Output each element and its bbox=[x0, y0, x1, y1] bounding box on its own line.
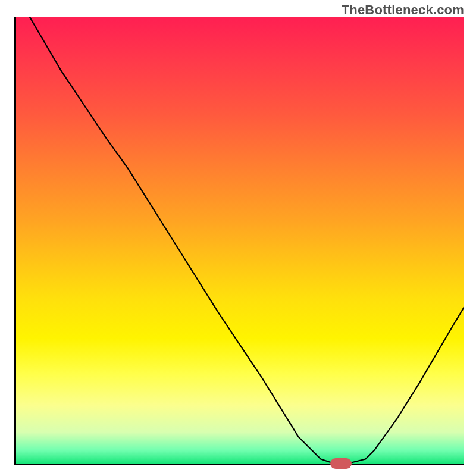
plot-area bbox=[14, 17, 464, 465]
curve-canvas bbox=[16, 17, 464, 464]
watermark-text: TheBottleneck.com bbox=[342, 2, 464, 18]
chart-container: TheBottleneck.com bbox=[0, 0, 476, 476]
optimum-marker bbox=[330, 458, 352, 469]
